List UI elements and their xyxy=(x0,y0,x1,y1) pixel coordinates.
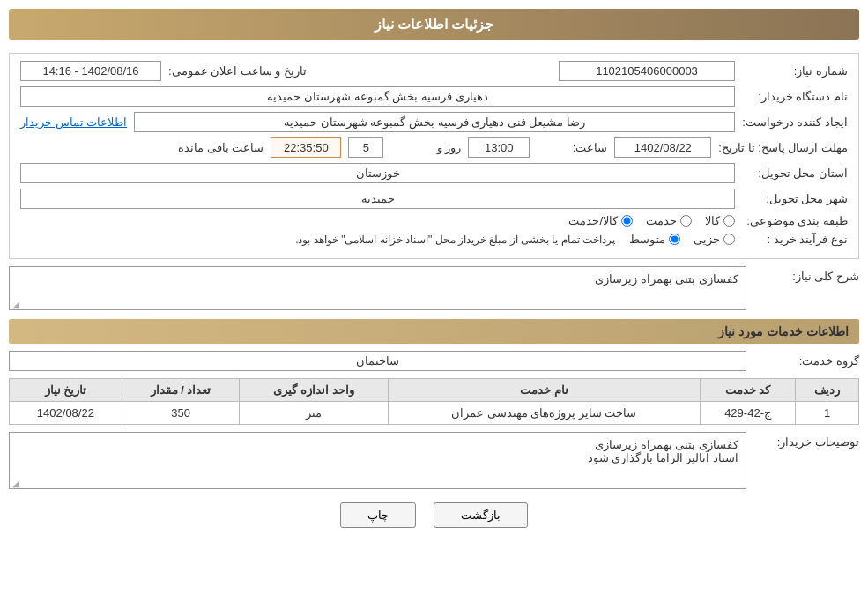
category-khedmat-option[interactable]: خدمت xyxy=(646,214,692,227)
send-remaining-value: 22:35:50 xyxy=(271,137,341,158)
cell-quantity: 350 xyxy=(122,402,240,425)
category-khedmat-label: خدمت xyxy=(646,214,677,227)
col-service-code: کد خدمت xyxy=(700,379,796,402)
page-title: جزئیات اطلاعات نیاز xyxy=(9,9,859,40)
category-kala-label: کالا xyxy=(705,214,720,227)
send-deadline-label: مهلت ارسال پاسخ: تا تاریخ: xyxy=(718,141,848,154)
send-days-value: 5 xyxy=(348,137,383,158)
city-value: حمیدیه xyxy=(20,189,735,209)
buyer-desc-value: کفسازی بتنی بهمراه زیرسازیاسناد آنالیز ا… xyxy=(9,432,746,489)
announce-date-label: تاریخ و ساعت اعلان عمومی: xyxy=(168,64,307,78)
cell-row-num: 1 xyxy=(796,402,859,425)
announce-date-value: 1402/08/16 - 14:16 xyxy=(20,61,161,81)
buyer-name-value: دهیاری فرسیه بخش گمبوعه شهرستان حمیدیه xyxy=(20,86,735,107)
need-number-row: شماره نیاز: 1102105406000003 تاریخ و ساع… xyxy=(20,61,848,81)
category-row: طبقه بندی موضوعی: کالا خدمت کالا/خدمت xyxy=(20,214,848,227)
buyer-name-row: نام دستگاه خریدار: دهیاری فرسیه بخش گمبو… xyxy=(20,86,848,107)
col-row-num: ردیف xyxy=(796,379,859,402)
purchase-motavaset-option[interactable]: متوسط xyxy=(629,233,680,246)
service-group-row: گروه خدمت: ساختمان xyxy=(9,351,859,371)
buyer-desc-row: توصیحات خریدار: کفسازی بتنی بهمراه زیرسا… xyxy=(9,432,859,489)
cell-service-code: ج-42-429 xyxy=(700,402,796,425)
buyer-name-label: نام دستگاه خریدار: xyxy=(742,90,848,103)
purchase-jozei-radio[interactable] xyxy=(723,234,735,245)
col-date: تاریخ نیاز xyxy=(10,379,122,402)
category-khedmat-radio[interactable] xyxy=(680,215,692,227)
purchase-type-label: نوع فرآیند خرید : xyxy=(742,233,848,246)
send-time-value: 13:00 xyxy=(468,137,530,158)
deadline-row: مهلت ارسال پاسخ: تا تاریخ: 1402/08/22 سا… xyxy=(20,137,848,158)
print-button[interactable]: چاپ xyxy=(340,502,416,528)
general-desc-label: شرح کلی نیاز: xyxy=(753,266,859,283)
purchase-motavaset-radio[interactable] xyxy=(669,234,680,245)
need-number-value: 1102105406000003 xyxy=(559,61,735,81)
creator-label: ایجاد کننده درخواست: xyxy=(742,115,848,129)
province-value: خوزستان xyxy=(20,163,735,183)
buyer-desc-resize-handle: ◢ xyxy=(11,479,19,487)
category-label: طبقه بندی موضوعی: xyxy=(742,214,848,227)
send-time-label: ساعت: xyxy=(537,141,607,154)
service-group-label: گروه خدمت: xyxy=(753,354,859,368)
send-remaining-label: ساعت باقی مانده xyxy=(178,141,263,154)
city-row: شهر محل تحویل: حمیدیه xyxy=(20,189,848,209)
service-group-value: ساختمان xyxy=(9,351,746,371)
category-kala-option[interactable]: کالا xyxy=(705,214,735,227)
purchase-motavaset-label: متوسط xyxy=(629,233,665,246)
send-date-value: 1402/08/22 xyxy=(614,137,711,158)
purchase-note: پرداخت تمام یا بخشی از مبلغ خریداز محل "… xyxy=(295,234,615,246)
category-radio-group: کالا خدمت کالا/خدمت xyxy=(568,214,735,227)
purchase-type-radio-group: جزیی متوسط xyxy=(629,233,735,246)
back-button[interactable]: بازگشت xyxy=(434,502,528,528)
table-row: 1 ج-42-429 ساخت سایر پروژه‌های مهندسی عم… xyxy=(10,402,859,425)
creator-row: ایجاد کننده درخواست: رضا مشیعل فنی دهیار… xyxy=(20,112,848,132)
col-unit: واحد اندازه گیری xyxy=(240,379,388,402)
contact-link[interactable]: اطلاعات تماس خریدار xyxy=(20,115,127,129)
general-desc-value: کفسازی بتنی بهمراه زیرسازی xyxy=(9,266,746,310)
city-label: شهر محل تحویل: xyxy=(742,192,848,205)
purchase-jozei-option[interactable]: جزیی xyxy=(694,233,735,246)
category-kala-khedmat-radio[interactable] xyxy=(621,215,633,227)
cell-date: 1402/08/22 xyxy=(10,402,122,425)
category-kala-khedmat-option[interactable]: کالا/خدمت xyxy=(568,214,633,227)
col-service-name: نام خدمت xyxy=(388,379,700,402)
need-number-label: شماره نیاز: xyxy=(742,64,848,78)
main-info-section: شماره نیاز: 1102105406000003 تاریخ و ساع… xyxy=(9,53,859,259)
col-quantity: تعداد / مقدار xyxy=(122,379,240,402)
general-desc-row: شرح کلی نیاز: کفسازی بتنی بهمراه زیرسازی… xyxy=(9,266,859,310)
services-section-title: اطلاعات خدمات مورد نیاز xyxy=(9,319,859,344)
province-label: استان محل تحویل: xyxy=(742,167,848,180)
province-row: استان محل تحویل: خوزستان xyxy=(20,163,848,183)
category-kala-khedmat-label: کالا/خدمت xyxy=(568,214,618,227)
send-days-label: روز و xyxy=(390,141,461,154)
purchase-jozei-label: جزیی xyxy=(694,233,720,246)
buttons-row: بازگشت چاپ xyxy=(9,502,859,528)
services-table: ردیف کد خدمت نام خدمت واحد اندازه گیری ت… xyxy=(9,378,859,425)
category-kala-radio[interactable] xyxy=(723,215,735,227)
creator-value: رضا مشیعل فنی دهیاری فرسیه بخش گمبوعه شه… xyxy=(134,112,735,132)
buyer-desc-label: توصیحات خریدار: xyxy=(753,432,859,449)
purchase-type-row: نوع فرآیند خرید : جزیی متوسط پرداخت تمام… xyxy=(20,233,848,246)
table-header-row: ردیف کد خدمت نام خدمت واحد اندازه گیری ت… xyxy=(10,379,859,402)
cell-service-name: ساخت سایر پروژه‌های مهندسی عمران xyxy=(388,402,700,425)
cell-unit: متر xyxy=(240,402,388,425)
resize-handle: ◢ xyxy=(11,300,19,308)
